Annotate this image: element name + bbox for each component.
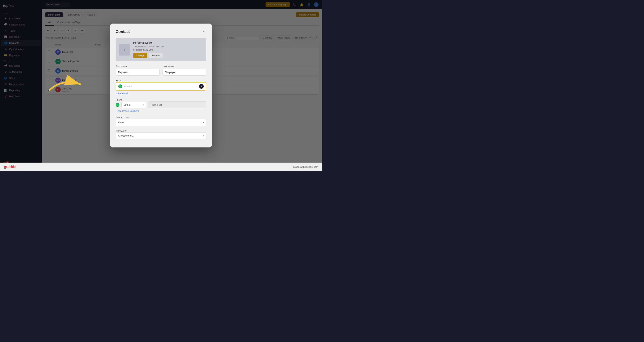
remove-logo-button[interactable]: Remove xyxy=(148,53,163,58)
logo-info: Personal Logo The proposed size is 512×5… xyxy=(133,41,164,58)
logo-actions: Change Remove xyxy=(133,53,164,58)
modal-close-button[interactable]: × xyxy=(201,29,206,34)
contact-type-wrapper: Lead Customer Partner xyxy=(116,119,206,126)
last-name-group: Last Name xyxy=(162,65,206,76)
add-phone-label: + Add Phone Numbers xyxy=(116,110,139,112)
phone-label: Phone xyxy=(116,98,122,101)
name-row: First Name Last Name xyxy=(116,65,206,76)
email-section: Email i + Add email xyxy=(116,79,206,95)
email-info-icon[interactable]: i xyxy=(199,84,204,89)
time-zone-label: Time Zone xyxy=(116,130,126,132)
logo-description-line1: The proposed size is 512×512px xyxy=(133,45,164,48)
contact-modal: Contact × + Personal Logo The proposed s… xyxy=(110,24,212,148)
logo-title: Personal Logo xyxy=(133,41,164,44)
first-name-group: First Name xyxy=(116,65,160,76)
phone-select-wrapper: Select ▾ xyxy=(121,102,146,108)
time-zone-wrapper: Choose one... xyxy=(116,132,206,139)
modal-title: Contact xyxy=(116,30,130,34)
arrow-annotation xyxy=(46,75,88,94)
email-label: Email xyxy=(116,79,121,82)
time-zone-select[interactable]: Choose one... xyxy=(116,132,206,139)
guidde-logo: guidde. xyxy=(4,165,18,169)
plus-icon: + xyxy=(123,47,126,52)
last-name-input[interactable] xyxy=(162,69,206,76)
logo-upload-section: + Personal Logo The proposed size is 512… xyxy=(116,38,206,61)
first-name-input[interactable] xyxy=(116,69,160,76)
modal-overlay: Contact × + Personal Logo The proposed s… xyxy=(0,0,322,171)
phone-type-select[interactable]: Select xyxy=(124,104,142,106)
add-email-link[interactable]: + Add email xyxy=(116,92,128,95)
phone-input[interactable] xyxy=(148,102,206,108)
guidde-footer: guidde. Made with guidde.com xyxy=(0,162,322,171)
email-input[interactable] xyxy=(124,85,197,88)
contact-type-label: Contact Type xyxy=(116,116,129,119)
contact-type-select[interactable]: Lead Customer Partner xyxy=(116,119,206,126)
logo-description-line2: no bigger than 2.5mb xyxy=(133,48,164,52)
first-name-label: First Name xyxy=(116,65,160,68)
add-phone-link[interactable]: + Add Phone Numbers xyxy=(116,110,139,112)
logo-placeholder: + xyxy=(119,44,130,56)
chevron-down-icon: ▾ xyxy=(143,104,144,106)
contact-type-section: Contact Type Lead Customer Partner xyxy=(116,116,206,126)
phone-field-wrapper: Select ▾ xyxy=(116,102,206,108)
phone-radio[interactable] xyxy=(116,103,120,107)
modal-header: Contact × xyxy=(116,29,206,34)
last-name-label: Last Name xyxy=(162,65,206,68)
email-radio[interactable] xyxy=(118,84,122,88)
time-zone-section: Time Zone Choose one... xyxy=(116,129,206,139)
email-field-wrapper: i xyxy=(116,82,206,90)
change-logo-button[interactable]: Change xyxy=(133,53,147,58)
add-email-label: + Add email xyxy=(116,92,128,95)
phone-section: Phone Select ▾ + Add Phone Numbers xyxy=(116,98,206,112)
guidde-tagline: Made with guidde.com xyxy=(293,166,318,168)
